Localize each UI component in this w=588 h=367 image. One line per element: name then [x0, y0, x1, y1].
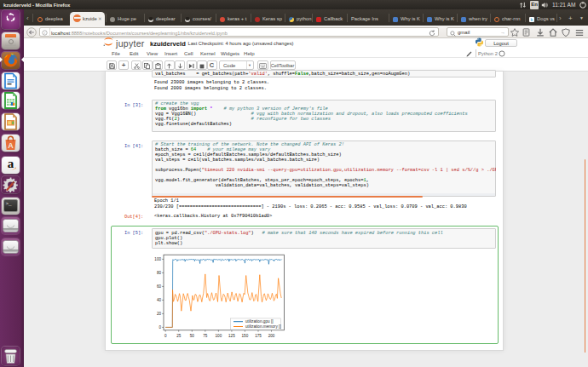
svg-text:75: 75	[203, 334, 208, 338]
svg-text:0: 0	[159, 325, 161, 330]
svg-text:80: 80	[157, 271, 162, 275]
svg-text:100: 100	[216, 334, 222, 338]
svg-text:i: i	[44, 31, 46, 35]
svg-text:175: 175	[255, 334, 262, 338]
svg-text:20: 20	[157, 312, 162, 316]
svg-text:utilization.gpu []: utilization.gpu []	[245, 319, 274, 324]
svg-text:0: 0	[164, 334, 167, 338]
svg-text:a: a	[8, 157, 14, 170]
svg-text:40: 40	[157, 298, 162, 302]
svg-text:200: 200	[268, 334, 275, 338]
svg-text:60: 60	[157, 284, 162, 289]
svg-text:100: 100	[154, 257, 161, 261]
svg-text:25: 25	[176, 334, 182, 338]
svg-text:50: 50	[190, 334, 195, 338]
svg-text:125: 125	[228, 334, 235, 338]
svg-text:A: A	[8, 141, 14, 150]
svg-text:utilization.memory []: utilization.memory []	[245, 324, 281, 329]
svg-text:150: 150	[242, 334, 249, 338]
